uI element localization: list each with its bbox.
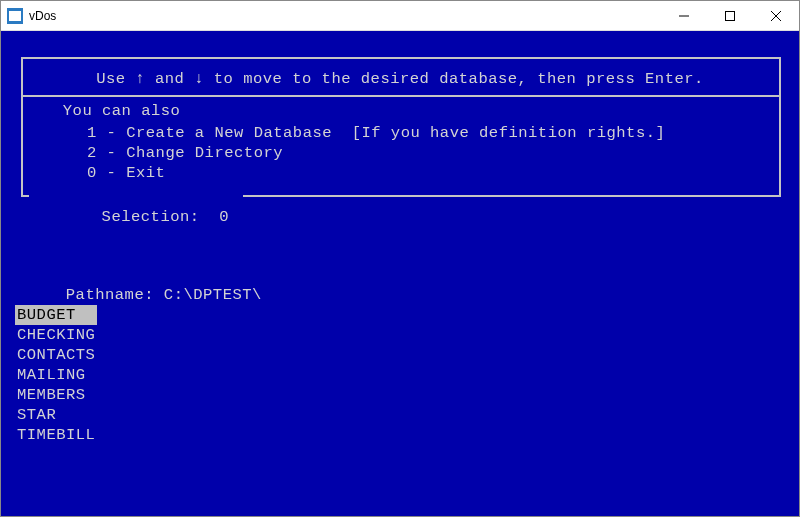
close-icon [771,11,781,21]
window-controls [661,1,799,31]
you-can-also-label: You can also [49,101,194,121]
titlebar: vDos [1,1,799,31]
close-button[interactable] [753,1,799,31]
menu-option-2[interactable]: 2 - Change Directory [87,143,283,163]
terminal-screen[interactable]: Use ↑ and ↓ to move to the desired datab… [1,31,799,516]
maximize-icon [725,11,735,21]
pathname-value: C:\DPTEST\ [164,286,262,304]
minimize-button[interactable] [661,1,707,31]
instruction-text: Use ↑ and ↓ to move to the desired datab… [1,69,799,89]
divider [23,95,779,97]
maximize-button[interactable] [707,1,753,31]
database-item[interactable]: MAILING [15,365,97,385]
minimize-icon [679,11,689,21]
selection-label-text: Selection: [92,208,219,226]
menu-option-1[interactable]: 1 - Create a New Database [If you have d… [87,123,665,143]
pathname-label: Pathname: [66,286,164,304]
selection-label: Selection: 0 [29,187,243,247]
database-item[interactable]: MEMBERS [15,385,97,405]
database-item[interactable]: CONTACTS [15,345,97,365]
menu-option-0[interactable]: 0 - Exit [87,163,165,183]
app-window: vDos Use ↑ and ↓ to move to the desired … [0,0,800,517]
database-list: BUDGET CHECKINGCONTACTSMAILINGMEMBERSSTA… [15,305,97,445]
database-item[interactable]: BUDGET [15,305,97,325]
window-title: vDos [29,9,661,23]
svg-rect-1 [726,11,735,20]
selection-value[interactable]: 0 [219,208,229,226]
database-item[interactable]: STAR [15,405,97,425]
database-item[interactable]: CHECKING [15,325,97,345]
database-item[interactable]: TIMEBILL [15,425,97,445]
app-icon [7,8,23,24]
